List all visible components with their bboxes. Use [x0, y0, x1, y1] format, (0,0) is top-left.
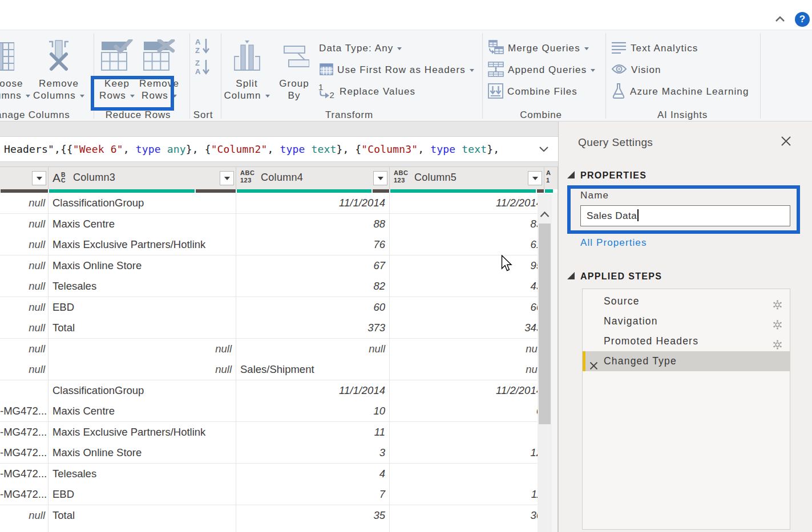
grid-cell[interactable]: 83 [390, 214, 544, 234]
combine-files-button[interactable]: Combine Files [488, 84, 577, 100]
grid-cell[interactable]: -MG472... [0, 422, 49, 442]
grid-cell[interactable]: -MG472... [0, 401, 49, 421]
grid-cell[interactable]: 43 [390, 276, 544, 297]
collapse-ribbon-icon[interactable] [771, 13, 789, 26]
grid-cell[interactable]: Telesales [49, 276, 236, 297]
scroll-up-icon[interactable] [540, 209, 550, 220]
grid-cell[interactable]: 88 [236, 214, 390, 234]
vertical-scrollbar[interactable] [538, 194, 552, 532]
grid-cell[interactable]: 11 [236, 422, 390, 442]
use-first-row-button[interactable]: Use First Row as Headers [320, 62, 474, 78]
applied-step-promoted-headers[interactable]: Promoted Headers [583, 331, 790, 351]
grid-cell[interactable]: Maxis Online Store [49, 442, 236, 463]
grid-cell[interactable]: null [0, 193, 49, 213]
append-queries-button[interactable]: Append Queries [488, 62, 595, 78]
filter-dropdown-icon[interactable] [528, 171, 542, 185]
grid-cell[interactable] [390, 422, 544, 442]
grid-cell[interactable]: 76 [236, 234, 390, 255]
grid-cell[interactable]: Maxis Centre [49, 214, 236, 234]
formula-bar[interactable]: Headers",{{"Week 6", type any}, {"Column… [0, 136, 558, 162]
all-properties-link[interactable]: All Properties [580, 237, 647, 249]
grid-cell[interactable]: 95 [390, 255, 544, 276]
grid-cell[interactable]: 11/2/2014 [390, 193, 544, 213]
applied-step-source[interactable]: Source [583, 291, 790, 311]
grid-cell[interactable]: 11 [390, 484, 544, 505]
grid-cell[interactable]: Total [49, 505, 236, 526]
scrollbar-thumb[interactable] [539, 224, 551, 424]
grid-cell[interactable]: null [0, 359, 49, 380]
grid-cell[interactable]: 35 [236, 505, 390, 526]
column-header-Column3[interactable]: ABCColumn3 [49, 167, 236, 189]
grid-cell[interactable]: -MG472... [0, 442, 49, 463]
grid-cell[interactable]: ClassificationGroup [49, 380, 236, 401]
grid-cell[interactable]: null [0, 505, 49, 526]
applied-step-navigation[interactable]: Navigation [583, 311, 790, 331]
grid-cell[interactable]: ClassificationGroup [49, 193, 236, 213]
grid-cell[interactable] [236, 526, 390, 532]
grid-cell[interactable]: 343 [390, 318, 544, 338]
formula-text[interactable]: Headers",{{"Week 6", type any}, {"Column… [4, 137, 499, 161]
grid-cell[interactable]: null [0, 339, 49, 359]
grid-cell[interactable]: 12 [390, 442, 544, 463]
data-type-button[interactable]: Data Type: Any [319, 40, 402, 56]
grid-cell[interactable]: 82 [236, 276, 390, 297]
grid-cell[interactable]: 66 [390, 297, 544, 318]
grid-cell[interactable]: 60 [236, 297, 390, 318]
column-header-Column5[interactable]: ABC123Column5 [390, 167, 544, 189]
delete-step-icon[interactable] [589, 357, 598, 377]
grid-cell[interactable]: Maxis Exclusive Partners/Hotlink [49, 234, 236, 255]
grid-cell[interactable]: null [0, 214, 49, 234]
grid-cell[interactable] [0, 380, 49, 401]
grid-cell[interactable]: null [49, 339, 236, 359]
grid-cell[interactable]: null [0, 297, 49, 318]
grid-cell[interactable]: -MG472... [0, 464, 49, 484]
grid-cell[interactable]: 11/1/2014 [236, 193, 390, 213]
column-header-col4[interactable]: A1 [544, 167, 558, 189]
applied-steps-collapse-icon[interactable] [567, 272, 575, 279]
grid-cell[interactable] [390, 464, 544, 484]
grid-cell[interactable]: Maxis Centre [49, 401, 236, 421]
applied-step-changed-type[interactable]: Changed Type [583, 351, 790, 371]
vision-button[interactable]: Vision [611, 62, 661, 78]
replace-values-button[interactable]: 1 2 Replace Values [317, 84, 415, 100]
grid-cell[interactable]: 7 [236, 484, 390, 505]
column-header-col0[interactable] [0, 167, 49, 189]
grid-cell[interactable]: -MG472... [0, 484, 49, 505]
filter-dropdown-icon[interactable] [220, 171, 234, 185]
grid-cell[interactable]: null [390, 359, 544, 380]
column-header-Column4[interactable]: ABC123Column4 [236, 167, 390, 189]
grid-cell[interactable]: Maxis Online Store [49, 255, 236, 276]
grid-cell[interactable]: 11/1/2014 [236, 380, 390, 401]
grid-cell[interactable]: null [0, 234, 49, 255]
grid-cell[interactable]: 373 [236, 318, 390, 338]
grid-cell[interactable] [390, 526, 544, 532]
grid-cell[interactable]: null [236, 339, 390, 359]
text-analytics-button[interactable]: Text Analytics [611, 40, 698, 56]
grid-cell[interactable]: 61 [390, 234, 544, 255]
grid-cell[interactable]: Sales/Shipment [236, 359, 390, 380]
grid-cell[interactable] [0, 526, 49, 532]
grid-cell[interactable]: 10 [236, 401, 390, 421]
grid-cell[interactable]: EBD [49, 484, 236, 505]
formula-expand-button[interactable] [534, 139, 554, 160]
grid-cell[interactable]: 4 [236, 464, 390, 484]
filter-dropdown-icon[interactable] [32, 171, 46, 185]
grid-cell[interactable]: 3 [236, 442, 390, 463]
grid-cell[interactable]: Telesales [49, 464, 236, 484]
grid-cell[interactable]: Total [49, 318, 236, 338]
grid-cell[interactable]: 67 [236, 255, 390, 276]
grid-cell[interactable]: 6 [390, 401, 544, 421]
grid-cell[interactable]: null [0, 318, 49, 338]
grid-cell[interactable]: 36 [390, 505, 544, 526]
grid-cell[interactable]: Maxis Exclusive Partners/Hotlink [49, 422, 236, 442]
azure-ml-button[interactable]: Azure Machine Learning [611, 84, 749, 100]
properties-collapse-icon[interactable] [567, 171, 575, 178]
grid-cell[interactable]: null [390, 339, 544, 359]
filter-dropdown-icon[interactable] [373, 171, 387, 185]
grid-cell[interactable]: null [0, 255, 49, 276]
grid-cell[interactable]: null [0, 276, 49, 297]
close-icon[interactable] [778, 134, 794, 150]
grid-cell[interactable]: null [49, 359, 236, 380]
grid-cell[interactable]: EBD [49, 297, 236, 318]
merge-queries-button[interactable]: Merge Queries [488, 40, 589, 56]
